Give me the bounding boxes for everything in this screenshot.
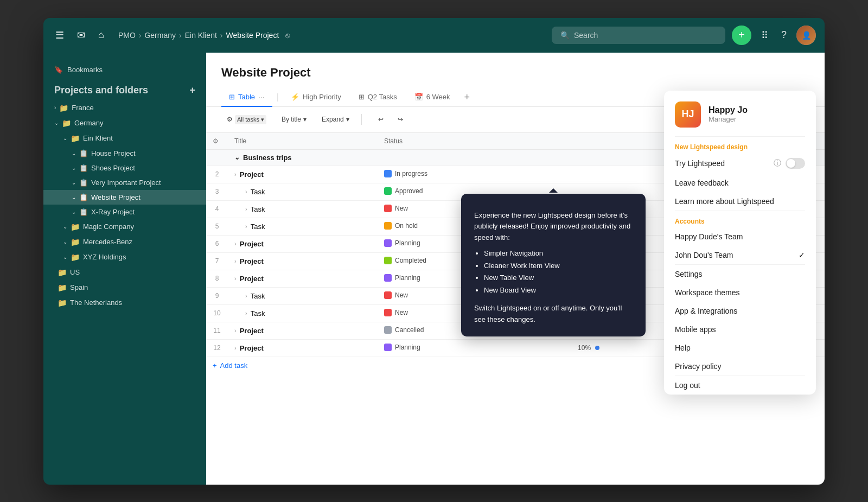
pin-icon[interactable]: ⎋ [285, 31, 290, 40]
help-icon[interactable]: ? [778, 26, 790, 44]
lightspeed-footer: Switch Lightspeed on or off anytime. Onl… [474, 303, 633, 326]
sidebar-label-france: France [72, 104, 93, 112]
ud-menu-items: SettingsWorkspace themesApp & Integratio… [664, 265, 816, 376]
breadcrumb-ein-klient[interactable]: Ein Klient [185, 31, 217, 40]
ud-leave-feedback[interactable]: Leave feedback [664, 174, 816, 192]
sidebar-item-shoes-project[interactable]: ⌄ 📋 Shoes Project [43, 161, 206, 175]
mail-icon[interactable]: ✉ [74, 26, 88, 45]
chevron-down-icon: ⌄ [54, 120, 59, 126]
ud-try-lightspeed[interactable]: Try Lightspeed ⓘ [664, 153, 816, 174]
avatar[interactable]: 👤 [796, 26, 816, 45]
sidebar-item-france[interactable]: › 📁 France [43, 100, 206, 116]
sidebar-item-very-important-project[interactable]: ⌄ 📋 Very Important Project [43, 175, 206, 190]
grid-icon[interactable]: ⠿ [758, 26, 771, 45]
filter-btn[interactable]: ⚙ All tasks ▾ [221, 112, 272, 127]
row-chevron-icon[interactable]: › [234, 345, 237, 351]
sidebar-bookmarks[interactable]: 🔖 Bookmarks [43, 61, 206, 78]
status-badge: In progress [384, 170, 427, 177]
sidebar-item-netherlands[interactable]: 📁 The Netherlands [43, 295, 206, 310]
row-num: 12 [206, 339, 228, 357]
sidebar-item-ein-klient[interactable]: ⌄ 📁 Ein Klient [43, 131, 206, 146]
tab-q2-tasks[interactable]: ⊞ Q2 Tasks [351, 88, 405, 106]
row-chevron-icon[interactable]: › [245, 293, 247, 299]
home-icon[interactable]: ⌂ [95, 26, 107, 44]
search-bar[interactable]: 🔍 Search [552, 27, 725, 44]
toolbar-separator [361, 114, 362, 125]
redo-btn[interactable]: ↪ [392, 113, 409, 126]
by-title-btn[interactable]: By title ▾ [276, 113, 312, 126]
row-chevron-icon[interactable]: › [234, 171, 237, 177]
chevron-down-icon[interactable]: ⌄ [234, 154, 240, 161]
ud-menu-item-settings[interactable]: Settings [664, 265, 816, 283]
tab-more-icon[interactable]: ··· [258, 93, 265, 101]
folder-icon: 📁 [71, 223, 80, 231]
sidebar-item-mercedes-benz[interactable]: ⌄ 📁 Mercedes-Benz [43, 234, 206, 250]
row-title-cell: › Project [228, 270, 378, 287]
lightspeed-toggle[interactable] [786, 158, 805, 169]
row-num: 9 [206, 287, 228, 304]
row-chevron-icon[interactable]: › [234, 275, 237, 282]
row-chevron-icon[interactable]: › [245, 206, 247, 212]
sidebar-item-house-project[interactable]: ⌄ 📋 House Project [43, 146, 206, 161]
sidebar-item-spain[interactable]: 📁 Spain [43, 280, 206, 295]
ud-menu-item-help[interactable]: Help [664, 339, 816, 357]
sidebar-label-spain: Spain [70, 283, 88, 291]
chevron-down-icon: ⌄ [72, 165, 76, 171]
status-badge: On hold [384, 222, 418, 230]
undo-btn[interactable]: ↩ [373, 113, 389, 126]
add-button[interactable]: + [732, 26, 751, 45]
add-tab-button[interactable]: + [460, 90, 475, 105]
project-icon: 📋 [79, 164, 88, 172]
sidebar-item-website-project[interactable]: ⌄ 📋 Website Project [43, 190, 206, 205]
ud-menu-item-app-&-integrations[interactable]: App & Integrations [664, 302, 816, 320]
folder-icon: 📁 [58, 298, 67, 307]
chevron-right-icon: › [54, 105, 56, 111]
breadcrumb-pmo[interactable]: PMO [118, 31, 136, 40]
lightspeed-tooltip: Experience the new Lightspeed design bef… [461, 194, 646, 336]
info-icon[interactable]: ⓘ [774, 158, 781, 168]
breadcrumb-germany[interactable]: Germany [144, 31, 176, 40]
tab-6-week[interactable]: 📅 6 Week [407, 88, 458, 106]
status-badge: New [384, 309, 408, 316]
sidebar-item-us[interactable]: 📁 US [43, 265, 206, 280]
row-chevron-icon[interactable]: › [245, 188, 247, 195]
row-chevron-icon[interactable]: › [234, 240, 237, 247]
row-chevron-icon[interactable]: › [234, 327, 237, 334]
sidebar-item-magic-company[interactable]: ⌄ 📁 Magic Company [43, 219, 206, 234]
sidebar-item-germany[interactable]: ⌄ 📁 Germany [43, 116, 206, 131]
tab-high-priority[interactable]: ⚡ High Priority [283, 88, 349, 106]
hamburger-icon[interactable]: ☰ [52, 26, 67, 45]
chevron-down-icon: ⌄ [72, 194, 76, 200]
row-title-cell: › Task [228, 200, 378, 218]
ud-learn-more[interactable]: Learn more about Lightspeed [664, 192, 816, 211]
ud-menu-item-mobile-apps[interactable]: Mobile apps [664, 320, 816, 339]
tab-high-priority-label: High Priority [303, 93, 341, 101]
col-settings[interactable]: ⚙ [206, 133, 228, 150]
row-num: 6 [206, 235, 228, 252]
tab-table[interactable]: ⊞ Table ··· [221, 88, 272, 107]
row-chevron-icon[interactable]: › [245, 223, 247, 230]
ud-logout[interactable]: Log out [664, 376, 816, 395]
projects-and-folders-label: Projects and folders [54, 85, 148, 96]
top-nav: ☰ ✉ ⌂ PMO › Germany › Ein Klient › Websi… [43, 18, 825, 53]
row-chevron-icon[interactable]: › [234, 258, 237, 264]
row-num: 4 [206, 200, 228, 218]
row-title-cell: › Project [228, 339, 378, 357]
ud-avatar: HJ [675, 101, 701, 128]
sidebar-item-x-ray-project[interactable]: ⌄ 📋 X-Ray Project [43, 205, 206, 219]
ud-menu-item-privacy-policy[interactable]: Privacy policy [664, 357, 816, 376]
status-badge: Planning [384, 239, 420, 247]
row-chevron-icon[interactable]: › [245, 310, 247, 316]
row-num: 7 [206, 252, 228, 270]
ud-account-john[interactable]: John Dou's Team ✓ [664, 246, 816, 264]
chevron-icon2: ▾ [346, 116, 349, 123]
sidebar-label-ein-klient: Ein Klient [83, 134, 113, 142]
ud-account-happy[interactable]: Happy Dude's Team [664, 227, 816, 246]
chevron-down-icon: ⌄ [72, 150, 76, 156]
breadcrumb-website-project[interactable]: Website Project [226, 31, 279, 40]
add-project-icon[interactable]: + [189, 85, 195, 96]
lightspeed-bullet: Cleaner Work Item View [484, 260, 633, 272]
expand-btn[interactable]: Expand ▾ [316, 113, 355, 126]
ud-menu-item-workspace-themes[interactable]: Workspace themes [664, 283, 816, 302]
sidebar-item-xyz-holdings[interactable]: ⌄ 📁 XYZ Holdings [43, 250, 206, 265]
